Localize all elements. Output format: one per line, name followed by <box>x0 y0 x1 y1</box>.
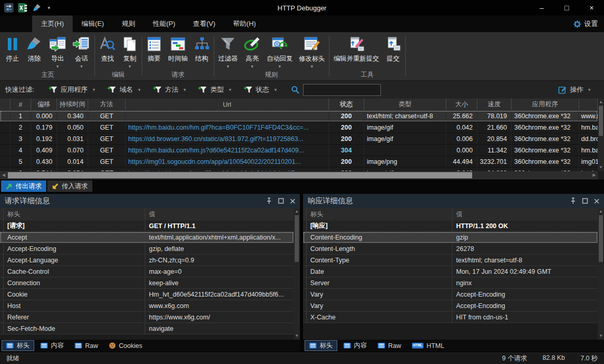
actions-button[interactable]: 操作 ▾ <box>558 85 591 94</box>
col-type[interactable]: 类型 <box>364 99 446 110</box>
filter-type-button[interactable]: 类型 ▾ <box>192 83 238 96</box>
scroll-right-icon[interactable]: ▶ <box>591 172 597 179</box>
scroll-down-icon[interactable]: ▼ <box>294 332 300 340</box>
menu-rules[interactable]: 规则 <box>113 16 144 32</box>
menu-performance[interactable]: 性能(P) <box>144 16 184 32</box>
submit-button[interactable]: 提交 <box>382 34 404 69</box>
close-panel-icon[interactable] <box>290 199 295 204</box>
header-row[interactable]: Accept-Encodinggzip, deflate <box>0 243 294 255</box>
stop-button[interactable]: 停止 <box>2 34 23 69</box>
request-row-selected[interactable]: 10.0000.340GET200text/html; charset=utf-… <box>0 110 598 122</box>
autoreply-button[interactable]: 自动回复 ▾ <box>264 34 296 69</box>
menu-edit[interactable]: 编辑(E) <box>73 16 113 32</box>
pin-icon[interactable] <box>570 198 576 204</box>
col-domain[interactable] <box>579 99 598 110</box>
grid-vertical-scrollbar[interactable]: ▲ ▼ <box>598 99 604 171</box>
scroll-up-icon[interactable]: ▲ <box>598 99 604 106</box>
highlight-button[interactable]: 高亮 ▾ <box>241 34 264 69</box>
header-row[interactable]: VaryAccept-Encoding <box>303 289 598 300</box>
timeline-button[interactable]: 时间轴 <box>165 34 191 69</box>
col-method[interactable]: 方法 <box>88 99 126 110</box>
menu-home[interactable]: 主页(H) <box>32 16 73 32</box>
request-row[interactable]: 50.4300.014GEThttps://img01.sogoucdn.com… <box>0 156 598 167</box>
col-duration[interactable]: 持续时间 <box>57 99 88 110</box>
menu-help[interactable]: 帮助(H) <box>224 16 265 32</box>
settings-button[interactable]: 设置 <box>573 16 598 32</box>
sessions-button[interactable]: 会话 ▾ <box>70 34 93 69</box>
filter-status-button[interactable]: 状态 ▾ <box>238 83 283 96</box>
filter-application-button[interactable]: 应用程序 ▾ <box>43 83 102 96</box>
header-row[interactable]: X-CacheHIT from cdn-us-1 <box>303 312 598 323</box>
tab-headers[interactable]: 标头 <box>2 340 34 351</box>
request-row[interactable]: 40.4090.070GEThttps://hm.baidu.com/hm.js… <box>0 145 598 156</box>
header-row[interactable]: Connectionkeep-alive <box>0 277 294 289</box>
col-status[interactable]: 状态 <box>329 99 364 110</box>
tab-raw[interactable]: Raw <box>70 340 103 351</box>
col-size[interactable]: 大小 <box>446 99 477 110</box>
scroll-down-icon[interactable]: ▼ <box>598 332 604 340</box>
tab-headers-response[interactable]: 标头 <box>305 340 337 351</box>
summary-button[interactable]: 摘要 <box>143 34 165 69</box>
header-row[interactable]: Cache-Controlmax-age=0 <box>0 266 294 277</box>
edit-resubmit-button[interactable]: 编辑并重新提交 <box>331 34 382 69</box>
maximize-button[interactable]: □ <box>554 0 579 16</box>
quick-access-caret-icon[interactable]: ▾ <box>46 5 52 10</box>
export-excel-icon[interactable] <box>18 3 28 12</box>
scroll-up-icon[interactable]: ▲ <box>598 208 604 215</box>
col-speed[interactable]: 速度 <box>477 99 512 110</box>
header-row[interactable]: Content-Typetext/html; charset=utf-8 <box>303 255 598 266</box>
search-input[interactable] <box>303 84 381 96</box>
header-row[interactable]: CookieHm_lvt_d60e542115f2ca02adf147d409b… <box>0 289 294 300</box>
panel-scrollbar[interactable]: ▲ ▼ <box>294 208 300 340</box>
tab-content[interactable]: 内容 <box>36 340 68 351</box>
scrollbar-thumb[interactable] <box>295 215 299 262</box>
close-button[interactable]: × <box>579 0 604 16</box>
header-row[interactable]: Sec-Fetch-Modenavigate <box>0 323 294 334</box>
minimize-button[interactable]: – <box>529 0 554 16</box>
header-row[interactable]: VaryAccept-Encoding <box>303 300 598 312</box>
clear-button[interactable]: 清除 <box>23 34 46 69</box>
scroll-left-icon[interactable]: ◀ <box>1 172 7 179</box>
request-row[interactable]: 60.5440.054GEThttps://hm.baidu.com/hm.gi… <box>0 167 598 171</box>
tab-html[interactable]: HTML HTML <box>407 340 449 351</box>
scrollbar-thumb[interactable] <box>599 215 603 262</box>
col-offset[interactable]: 偏移 <box>31 99 57 110</box>
menu-view[interactable]: 查看(V) <box>184 16 224 32</box>
col-application[interactable]: 应用程序 <box>512 99 579 110</box>
request-row[interactable]: 30.1920.031GEThttps://dd.browser.360.cn/… <box>0 133 598 145</box>
grid-horizontal-scrollbar[interactable]: ◀ ▶ <box>0 171 598 179</box>
header-row[interactable]: [响应]HTTP/1.1 200 OK <box>303 220 598 232</box>
tab-cookies[interactable]: Cookies <box>104 340 147 351</box>
tab-content-response[interactable]: 内容 <box>339 340 372 351</box>
scroll-up-icon[interactable]: ▲ <box>294 208 300 215</box>
header-row[interactable]: Servernginx <box>303 277 598 289</box>
clear-brush-icon[interactable] <box>32 3 42 12</box>
header-row[interactable]: Refererhttps://www.x6g.com/ <box>0 312 294 323</box>
header-row[interactable]: [请求]GET / HTTP/1.1 <box>0 220 294 232</box>
tab-incoming-requests[interactable]: 传入请求 <box>47 180 92 192</box>
pin-icon[interactable] <box>266 198 272 204</box>
scrollbar-thumb[interactable] <box>599 106 603 136</box>
copy-button[interactable]: 复制 ▾ <box>119 34 141 69</box>
filters-button[interactable]: 过滤器 ▾ <box>215 34 241 69</box>
export-button[interactable]: 导出 ▾ <box>46 34 70 69</box>
maximize-panel-icon[interactable] <box>278 198 284 204</box>
modify-headers-button[interactable]: 修改标头 ▾ <box>296 34 328 69</box>
header-row[interactable]: Accept-Languagezh-CN,zh;q=0.9 <box>0 255 294 266</box>
tab-raw-response[interactable]: Raw <box>373 340 406 351</box>
header-row-selected[interactable]: Content-Encodinggzip <box>303 232 598 243</box>
close-panel-icon[interactable] <box>594 199 599 204</box>
scroll-down-icon[interactable]: ▼ <box>598 164 604 171</box>
filter-method-button[interactable]: 方法 ▾ <box>147 83 193 96</box>
structure-button[interactable]: 结构 <box>191 34 213 69</box>
request-row[interactable]: 20.1790.050GEThttps://hm.baidu.com/hm.gi… <box>0 122 598 133</box>
col-url[interactable]: Url <box>126 99 329 110</box>
tab-outgoing-requests[interactable]: 传出请求 <box>1 180 46 192</box>
filter-domain-button[interactable]: 域名 ▾ <box>101 83 147 96</box>
maximize-panel-icon[interactable] <box>582 198 588 204</box>
header-row[interactable]: Hostwww.x6g.com <box>0 300 294 312</box>
col-number[interactable]: # <box>10 99 31 110</box>
scrollbar-thumb[interactable] <box>8 172 472 178</box>
header-row[interactable]: Content-Length26278 <box>303 243 598 255</box>
header-row[interactable]: DateMon, 17 Jun 2024 02:49:49 GMT <box>303 266 598 277</box>
